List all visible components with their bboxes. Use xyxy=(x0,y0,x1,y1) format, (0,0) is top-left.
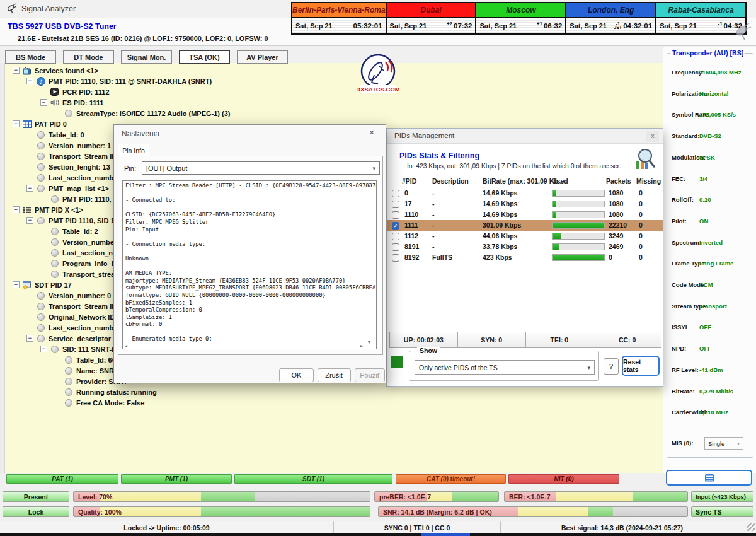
scroll-up-icon[interactable]: ▴ xyxy=(368,183,370,189)
pids-column-header[interactable]: Missing xyxy=(636,177,661,185)
tab-av-player[interactable]: AV Player xyxy=(237,50,288,64)
tab-signal-mon-[interactable]: Signal Mon. xyxy=(121,50,172,64)
tuner-name: TBS 5927 USB DVB-S2 Tuner xyxy=(8,22,117,31)
help-button[interactable]: ? xyxy=(604,358,619,375)
collapse-icon[interactable]: − xyxy=(26,78,33,84)
pin-label: Pin: xyxy=(124,165,136,172)
pids-table-header: #PIDDescriptionBitRate (max: 301,09 Kb..… xyxy=(387,175,663,187)
tree-item[interactable]: −ES PID: 1111 xyxy=(6,97,384,108)
pids-close-icon[interactable]: x xyxy=(646,131,659,142)
tree-item[interactable]: PCR PID: 1112 xyxy=(6,86,384,97)
pid-checkbox[interactable]: ✓ xyxy=(392,222,399,230)
pid-checkbox[interactable] xyxy=(392,243,399,251)
tree-item[interactable]: Running status: running xyxy=(6,387,384,397)
left-splitter[interactable] xyxy=(0,63,5,473)
transponder-label: RollOff: xyxy=(672,196,694,203)
psi-bar-pat: PAT (1) xyxy=(6,474,118,484)
tab-tsa-ok-[interactable]: TSA (OK) xyxy=(179,50,230,64)
ber-gauge: BER: <1.0E-7 xyxy=(504,491,688,502)
pid-description: - xyxy=(432,243,435,250)
collapse-icon[interactable]: − xyxy=(40,99,47,106)
pid-row[interactable]: ✓1111-301,09 Kbps222100 xyxy=(387,220,663,231)
clock-city: Berlin-Paris-Vienna-Roma xyxy=(292,3,386,18)
tree-item-label: Services found <1> xyxy=(35,67,98,74)
clock-1: DubaiSat, Sep 21+207:32 xyxy=(387,3,477,33)
pid-row[interactable]: 17-14,69 Kbps10800 xyxy=(387,199,663,209)
present-indicator: Present xyxy=(3,491,69,502)
collapse-icon[interactable]: − xyxy=(13,281,20,288)
collapse-icon[interactable]: − xyxy=(13,206,20,213)
pids-subheading: In: 423 Kbps, out: 301,09 Kbps | 7 PIDs … xyxy=(407,163,621,170)
transponder-row: Code Mode:CCM xyxy=(672,281,750,290)
pin-select[interactable]: [OUT] Output ▾ xyxy=(142,161,380,175)
ball-icon xyxy=(36,334,45,343)
status-lock-uptime: Locked -> Uptime: 00:05:09 xyxy=(0,521,334,533)
transponder-value: Long Frame xyxy=(699,260,733,267)
pids-stat-cell: TEI: 0 xyxy=(526,332,594,348)
reset-stats-button[interactable]: Reset stats xyxy=(622,356,660,376)
collapse-icon[interactable]: − xyxy=(26,185,33,192)
show-filter-select[interactable]: Only active PIDS of the TS ▾ xyxy=(415,360,595,375)
ok-button[interactable]: OK xyxy=(279,368,314,382)
tab-bs-mode[interactable]: BS Mode xyxy=(5,50,56,64)
tree-item-label: PMT PID X <1> xyxy=(35,206,83,214)
scroll-left-icon[interactable]: ◂ xyxy=(125,343,127,349)
show-filter-value: Only active PIDS of the TS xyxy=(419,364,498,371)
scroll-right-icon[interactable]: ▸ xyxy=(360,343,363,349)
pids-window-title: PIDs Management xyxy=(394,132,454,139)
ball-icon xyxy=(50,345,59,354)
tree-item[interactable]: −Services found <1> xyxy=(6,65,384,76)
pid-row[interactable]: 8192FullTS423 Kbps00 xyxy=(387,252,663,263)
collapse-icon[interactable]: − xyxy=(13,120,20,127)
pid-checkbox[interactable] xyxy=(392,201,399,208)
tab-dt-mode[interactable]: DT Mode xyxy=(63,50,114,64)
transponder-row: RollOff:0.20 xyxy=(672,196,750,205)
tab-pin-info[interactable]: Pin Info xyxy=(118,144,149,156)
pid-row[interactable]: 0-14,69 Kbps10800 xyxy=(387,188,663,199)
tree-item-label: Free CA Mode: False xyxy=(76,399,144,407)
ball-icon xyxy=(36,313,45,322)
pid-description: FullTS xyxy=(432,253,452,261)
pids-column-header[interactable]: Description xyxy=(432,177,469,185)
resize-grip[interactable] xyxy=(747,523,755,531)
collapse-icon[interactable]: − xyxy=(26,335,33,342)
pids-column-header[interactable]: Packets xyxy=(606,177,631,185)
pid-row[interactable]: 8191-33,78 Kbps24690 xyxy=(387,242,663,252)
ball-icon xyxy=(36,291,45,300)
pids-column-header[interactable]: Used xyxy=(552,177,568,185)
tree-item[interactable]: −♪PMT PID: 1110, SID: 111 @ SNRT-DAKHLA … xyxy=(6,76,384,86)
mis-select[interactable]: Single ▾ xyxy=(704,437,743,450)
pid-checkbox[interactable] xyxy=(392,211,399,219)
tree-item-label: PAT PID 0 xyxy=(35,120,67,128)
level-label: Level: 70% xyxy=(78,493,112,501)
apply-button[interactable]: Použiť xyxy=(355,368,385,382)
pid-row[interactable]: 1110-14,69 Kbps10800 xyxy=(387,209,663,220)
tree-item[interactable]: StreamType: ISO/IEC 11172 Audio (MPEG-1)… xyxy=(6,108,384,119)
pid-number: 8191 xyxy=(404,243,419,250)
ts-record-button[interactable] xyxy=(666,470,752,486)
nastavenia-dialog: Nastavenia × Pin Info Pin: [OUT] Output … xyxy=(113,124,386,383)
collapse-icon[interactable]: − xyxy=(13,67,20,74)
pid-checkbox[interactable] xyxy=(392,254,399,262)
clock-4: Rabat-CasablancaSat, Sep 21-104:32 xyxy=(656,3,745,33)
pid-row[interactable]: 1112-44,06 Kbps32490 xyxy=(387,231,663,242)
pid-packets: 3249 xyxy=(609,232,623,240)
pids-titlebar[interactable]: PIDs Management x xyxy=(387,129,663,144)
clock-city: Dubai xyxy=(387,3,476,18)
scroll-down-icon[interactable]: ▾ xyxy=(368,339,370,345)
dialog-close-icon[interactable]: × xyxy=(364,127,379,140)
clock-time-row: Sat, Sep 2105:32:01 xyxy=(292,18,386,33)
tree-item[interactable]: Free CA Mode: False xyxy=(6,397,384,408)
cancel-button[interactable]: Zrušiť xyxy=(318,368,351,382)
pin-info-textarea[interactable]: Filter : MPC Stream Reader [HTTP] - CLSI… xyxy=(122,180,377,349)
transponder-value: 0,210 MHz xyxy=(699,409,728,416)
transponder-row: Standard:DVB-S2 xyxy=(672,132,750,141)
collapse-icon[interactable]: − xyxy=(26,217,33,224)
pids-column-header[interactable]: #PID xyxy=(402,177,416,185)
collapse-icon[interactable]: − xyxy=(40,346,47,352)
pid-checkbox[interactable] xyxy=(392,190,399,197)
pid-checkbox[interactable] xyxy=(392,233,399,240)
pid-bitrate: 33,78 Kbps xyxy=(483,243,517,250)
pid-description: - xyxy=(432,232,435,240)
dialog-title: Nastavenia xyxy=(122,129,159,138)
